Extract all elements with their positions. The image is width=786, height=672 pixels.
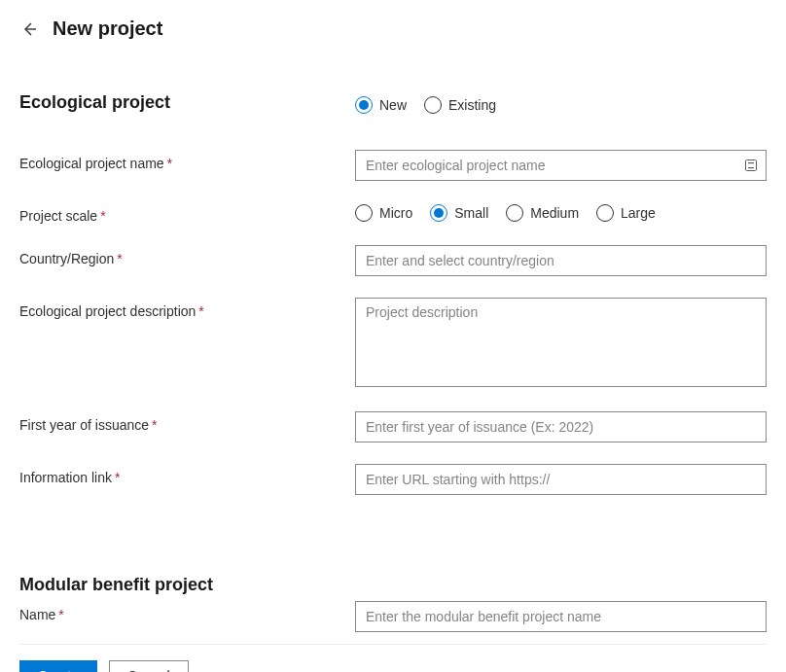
section-modular-title: Modular benefit project [19,575,767,595]
radio-label: Large [621,205,656,221]
modular-name-input[interactable] [355,601,767,632]
create-button[interactable]: Create [19,660,97,672]
radio-icon [596,204,614,222]
first-year-label: First year of issuance [19,417,149,433]
svg-rect-2 [748,167,754,168]
ecological-name-input[interactable] [355,150,767,181]
scale-medium[interactable]: Medium [506,204,579,222]
project-description-label: Ecological project description [19,303,196,319]
back-icon[interactable] [19,19,39,39]
country-region-label: Country/Region [19,251,114,266]
scale-micro[interactable]: Micro [355,204,412,222]
required-asterisk: * [167,156,172,171]
project-scale-radio-group: Micro Small Medium Large [355,204,767,222]
info-link-label: Information link [19,470,112,485]
scale-large[interactable]: Large [596,204,656,222]
project-type-new[interactable]: New [355,96,407,114]
required-asterisk: * [198,303,203,319]
project-description-textarea[interactable] [355,298,767,387]
project-type-existing[interactable]: Existing [424,96,496,114]
required-asterisk: * [152,417,157,433]
radio-icon [424,96,442,114]
radio-icon [355,96,373,114]
page-title: New project [53,18,162,40]
radio-label: Existing [448,97,496,113]
ecological-name-label: Ecological project name [19,156,164,171]
required-asterisk: * [58,607,63,622]
scale-small[interactable]: Small [430,204,488,222]
radio-label: Medium [530,205,579,221]
country-region-input[interactable] [355,245,767,276]
radio-label: Small [454,205,488,221]
radio-icon [430,204,447,222]
svg-rect-1 [748,162,754,163]
radio-label: New [379,97,407,113]
radio-icon [506,204,523,222]
required-asterisk: * [117,251,122,266]
radio-label: Micro [379,205,412,221]
required-asterisk: * [115,470,120,485]
section-ecological-title: Ecological project [19,92,355,113]
svg-rect-0 [746,160,757,171]
required-asterisk: * [100,208,105,224]
info-link-input[interactable] [355,464,767,495]
cancel-button[interactable]: Cancel [109,660,189,672]
project-scale-label: Project scale [19,208,97,224]
project-type-radio-group: New Existing [355,96,767,114]
modular-name-label: Name [19,607,55,622]
card-icon [743,158,759,173]
first-year-input[interactable] [355,411,767,442]
radio-icon [355,204,373,222]
